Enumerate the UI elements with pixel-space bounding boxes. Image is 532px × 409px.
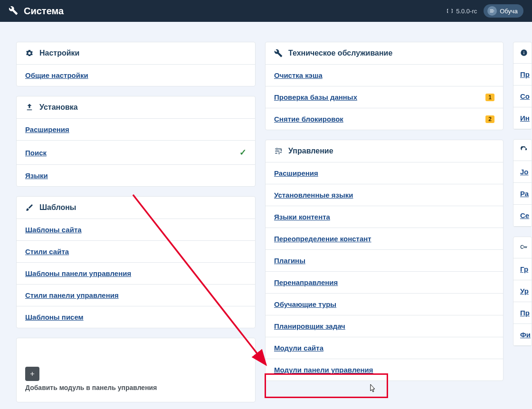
- manage-item: Расширения: [266, 162, 503, 184]
- update-link[interactable]: Jo: [520, 168, 529, 176]
- templates-item: Шаблоны писем: [17, 306, 255, 328]
- update-item: Ра: [513, 183, 532, 205]
- templates-link[interactable]: Стили сайта: [25, 247, 69, 256]
- sliders-icon: [274, 147, 283, 155]
- manage-link[interactable]: Модули сайта: [274, 344, 323, 352]
- update-link[interactable]: Се: [520, 211, 529, 219]
- manage-link[interactable]: Переопределение констант: [274, 235, 371, 243]
- count-badge: 1: [485, 94, 494, 101]
- manage-link[interactable]: Обучающие туры: [274, 300, 336, 308]
- add-module-button[interactable]: [25, 367, 39, 381]
- key-icon: [520, 244, 528, 251]
- column-1: Настройки Общие настройки Установка Расш…: [16, 42, 256, 402]
- access-item: Пр: [513, 302, 532, 324]
- card-templates: Шаблоны Шаблоны сайтаСтили сайтаШаблоны …: [16, 196, 256, 328]
- manage-item: Модули панели управления: [266, 359, 503, 380]
- access-link[interactable]: Ур: [520, 287, 529, 295]
- card-maintenance: Техническое обслуживание Очистка кэшаПро…: [265, 42, 504, 130]
- manage-link[interactable]: Перенаправления: [274, 278, 338, 286]
- templates-link[interactable]: Шаблоны панели управления: [25, 269, 131, 277]
- maintenance-item: Снятие блокировок2: [266, 108, 503, 130]
- plus-icon: [29, 371, 36, 377]
- card-header-manage: Управление: [266, 140, 503, 162]
- manage-link[interactable]: Планировщик задач: [274, 322, 345, 330]
- templates-item: Стили сайта: [17, 241, 255, 263]
- card-settings: Настройки Общие настройки: [16, 42, 256, 86]
- card-title: Установка: [39, 103, 78, 112]
- maintenance-item: Очистка кэша: [266, 65, 503, 86]
- check-icon: ✓: [239, 147, 247, 158]
- card-add-module: Добавить модуль в панель управления: [16, 338, 256, 402]
- install-link[interactable]: Языки: [25, 171, 48, 180]
- card-access-partial: ГрУрПрФи: [513, 237, 532, 346]
- install-item: Расширения: [17, 119, 255, 141]
- maintenance-link[interactable]: Проверка базы данных: [274, 93, 357, 101]
- tour-button[interactable]: Обуча: [484, 4, 523, 18]
- templates-link[interactable]: Стили панели управления: [25, 291, 119, 299]
- access-item: Гр: [513, 258, 532, 280]
- card-header-templates: Шаблоны: [17, 197, 255, 219]
- templates-item: Шаблоны панели управления: [17, 263, 255, 285]
- install-link[interactable]: Поиск: [25, 149, 47, 157]
- info-link[interactable]: Ин: [520, 114, 530, 122]
- templates-item: Стили панели управления: [17, 285, 255, 306]
- access-link[interactable]: Фи: [520, 331, 531, 339]
- manage-item: Установленные языки: [266, 184, 503, 206]
- card-title: Техническое обслуживание: [288, 49, 392, 57]
- maintenance-link[interactable]: Снятие блокировок: [274, 115, 343, 123]
- maintenance-item: Проверка базы данных1: [266, 86, 503, 108]
- page-title: Система: [24, 6, 64, 17]
- card-title: Управление: [288, 147, 333, 155]
- card-header-settings: Настройки: [17, 42, 255, 65]
- info-link[interactable]: Пр: [520, 70, 530, 78]
- manage-link[interactable]: Языки контента: [274, 213, 330, 221]
- manage-item: Языки контента: [266, 206, 503, 228]
- info-item: Ин: [513, 107, 532, 129]
- topbar: Система 5.0.0-rc Обуча: [0, 0, 532, 22]
- manage-item: Плагины: [266, 250, 503, 272]
- card-header-access: [513, 237, 532, 258]
- card-header-maintenance: Техническое обслуживание: [266, 42, 503, 65]
- manage-link[interactable]: Расширения: [274, 169, 318, 177]
- refresh-icon: [520, 146, 528, 154]
- topbar-right: 5.0.0-rc Обуча: [446, 4, 523, 18]
- templates-link[interactable]: Шаблоны писем: [25, 313, 84, 321]
- wrench-icon: [274, 49, 283, 57]
- brush-icon: [25, 203, 34, 212]
- card-header-install: Установка: [17, 96, 255, 119]
- info-icon: [520, 49, 528, 57]
- manage-link[interactable]: Плагины: [274, 257, 305, 265]
- card-header-update: [513, 140, 532, 161]
- joomla-icon: [446, 8, 453, 14]
- column-3: ПрСоИн JoРаСе ГрУрПрФи: [513, 42, 532, 402]
- manage-link[interactable]: Модули панели управления: [274, 366, 373, 374]
- card-title: Настройки: [39, 49, 79, 57]
- upload-icon: [25, 103, 34, 112]
- tour-icon: [487, 6, 497, 16]
- access-link[interactable]: Гр: [520, 265, 528, 273]
- card-header-info: [513, 42, 532, 64]
- wrench-icon: [9, 6, 18, 17]
- settings-link[interactable]: Общие настройки: [25, 71, 88, 79]
- card-manage: Управление РасширенияУстановленные языки…: [265, 140, 504, 381]
- access-link[interactable]: Пр: [520, 309, 530, 317]
- templates-item: Шаблоны сайта: [17, 219, 255, 241]
- maintenance-link[interactable]: Очистка кэша: [274, 71, 323, 79]
- topbar-left: Система: [9, 6, 64, 17]
- manage-link[interactable]: Установленные языки: [274, 191, 353, 199]
- access-item: Ур: [513, 280, 532, 302]
- gear-icon: [25, 49, 34, 57]
- install-link[interactable]: Расширения: [25, 125, 69, 133]
- info-item: Со: [513, 86, 532, 107]
- templates-link[interactable]: Шаблоны сайта: [25, 226, 82, 234]
- manage-item: Модули сайта: [266, 337, 503, 359]
- card-info-partial: ПрСоИн: [513, 42, 532, 130]
- install-item: Поиск✓: [17, 141, 255, 165]
- update-link[interactable]: Ра: [520, 190, 529, 198]
- column-2: Техническое обслуживание Очистка кэшаПро…: [265, 42, 504, 402]
- info-item: Пр: [513, 64, 532, 86]
- version-text: 5.0.0-rc: [456, 8, 477, 15]
- info-link[interactable]: Со: [520, 92, 530, 100]
- version-indicator[interactable]: 5.0.0-rc: [446, 8, 477, 15]
- manage-item: Планировщик задач: [266, 315, 503, 337]
